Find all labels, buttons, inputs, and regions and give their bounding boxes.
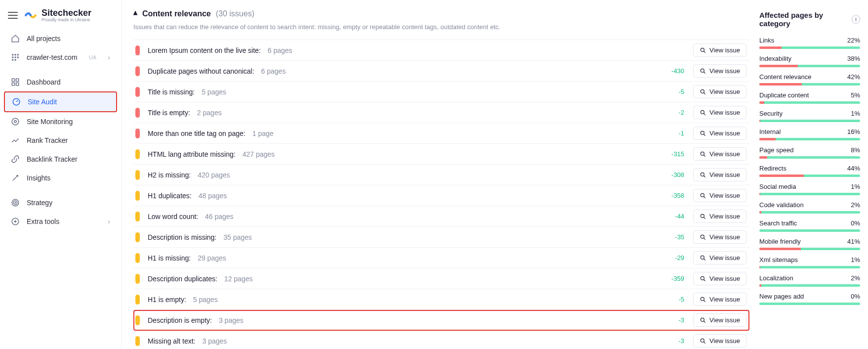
category-item[interactable]: Xml sitemaps1% xyxy=(759,256,860,268)
home-icon xyxy=(11,34,20,43)
svg-point-22 xyxy=(701,110,704,114)
nav-dashboard[interactable]: Dashboard xyxy=(4,73,117,91)
issue-page-count: 3 pages xyxy=(219,316,244,324)
category-name: Mobile friendly xyxy=(759,238,801,245)
category-progress-bar xyxy=(759,65,860,67)
view-issue-button[interactable]: View issue xyxy=(693,168,746,181)
nav-backlink-tracker[interactable]: Backlink Tracker xyxy=(4,150,117,169)
nav-all-projects[interactable]: All projects xyxy=(4,29,117,48)
category-item[interactable]: Page speed8% xyxy=(759,146,860,159)
issue-label: Description duplicates: xyxy=(148,275,217,283)
nav-label: Dashboard xyxy=(27,78,61,86)
view-issue-button[interactable]: View issue xyxy=(693,127,746,140)
view-issue-button[interactable]: View issue xyxy=(693,189,746,202)
issue-page-count: 420 pages xyxy=(198,171,230,179)
view-issue-label: View issue xyxy=(709,67,740,75)
svg-rect-6 xyxy=(12,59,13,61)
info-icon[interactable]: i xyxy=(852,15,860,24)
nav-label: Insights xyxy=(27,174,50,182)
search-icon xyxy=(700,68,706,75)
brand-logo[interactable]: Sitechecker Proudly made in Ukraine xyxy=(24,8,91,22)
category-item[interactable]: Social media1% xyxy=(759,183,860,195)
view-issue-button[interactable]: View issue xyxy=(693,44,746,57)
issue-row[interactable]: Missing alt text:3 pages-3View issue xyxy=(133,331,749,349)
svg-point-25 xyxy=(701,173,704,176)
view-issue-button[interactable]: View issue xyxy=(693,293,746,306)
category-pct: 2% xyxy=(851,274,860,282)
category-item[interactable]: Content relevance42% xyxy=(759,73,860,86)
rightbar-title-text: Affected pages by category xyxy=(759,11,849,28)
view-issue-button[interactable]: View issue xyxy=(693,313,746,327)
issue-row[interactable]: Lorem Ipsum content on the live site:6 p… xyxy=(133,40,749,61)
nav-site-monitoring[interactable]: Site Monitoring xyxy=(4,112,117,131)
nav-label: Backlink Tracker xyxy=(27,155,78,163)
view-issue-button[interactable]: View issue xyxy=(693,85,746,98)
issue-row[interactable]: H2 is missing:420 pages-308View issue xyxy=(133,165,749,185)
search-icon xyxy=(700,296,706,303)
category-progress-bar xyxy=(759,46,860,49)
issue-label: H1 duplicates: xyxy=(148,192,192,200)
nav-extra-tools[interactable]: Extra tools › xyxy=(4,212,117,231)
severity-indicator-icon xyxy=(135,274,140,284)
issue-row[interactable]: Description is empty:3 pages-3View issue xyxy=(133,310,749,331)
category-item[interactable]: Search traffic0% xyxy=(759,219,860,232)
category-item[interactable]: Code validation2% xyxy=(759,201,860,214)
category-item[interactable]: Mobile friendly41% xyxy=(759,238,860,250)
view-issue-button[interactable]: View issue xyxy=(693,147,746,161)
nav-insights[interactable]: Insights xyxy=(4,169,117,187)
category-item[interactable]: Redirects44% xyxy=(759,165,860,177)
view-issue-button[interactable]: View issue xyxy=(693,210,746,223)
nav-label: Rank Tracker xyxy=(27,136,68,144)
severity-indicator-icon xyxy=(135,315,140,325)
nav-rank-tracker[interactable]: Rank Tracker xyxy=(4,131,117,150)
issue-row[interactable]: Title is missing:5 pages-5View issue xyxy=(133,82,749,102)
nav-project[interactable]: crawler-test.com UA › xyxy=(4,48,117,67)
issue-page-count: 5 pages xyxy=(193,296,218,304)
category-item[interactable]: Links22% xyxy=(759,37,860,49)
issue-page-count: 6 pages xyxy=(261,67,286,75)
category-item[interactable]: Internal16% xyxy=(759,128,860,140)
nav-site-audit[interactable]: Site Audit xyxy=(4,91,117,112)
issue-row[interactable]: More than one title tag on page:1 page-1… xyxy=(133,123,749,144)
svg-point-33 xyxy=(701,339,704,342)
issue-delta: -1 xyxy=(663,130,688,137)
svg-point-28 xyxy=(701,235,704,238)
section-header[interactable]: ▾ Content relevance (30 issues) xyxy=(133,9,749,18)
search-icon xyxy=(700,234,706,241)
svg-point-29 xyxy=(701,256,704,259)
category-name: New pages add xyxy=(759,293,804,300)
view-issue-button[interactable]: View issue xyxy=(693,230,746,244)
view-issue-label: View issue xyxy=(709,254,740,262)
issue-row[interactable]: Description is missing:35 pages-35View i… xyxy=(133,227,749,248)
issue-row[interactable]: Low word count:46 pages-44View issue xyxy=(133,206,749,227)
issue-row[interactable]: Title is empty:2 pages-2View issue xyxy=(133,102,749,123)
category-pct: 16% xyxy=(847,128,860,135)
category-item[interactable]: New pages add0% xyxy=(759,293,860,305)
category-name: Internal xyxy=(759,128,781,135)
category-item[interactable]: Duplicate content5% xyxy=(759,91,860,104)
category-progress-bar xyxy=(759,211,860,214)
issue-delta: -35 xyxy=(663,233,688,241)
chevron-right-icon: › xyxy=(108,53,110,61)
plus-circle-icon xyxy=(11,217,20,226)
category-item[interactable]: Indexability38% xyxy=(759,55,860,67)
category-item[interactable]: Security1% xyxy=(759,110,860,122)
section-description: Issues that can reduce the relevance of … xyxy=(133,23,749,31)
view-issue-button[interactable]: View issue xyxy=(693,334,746,348)
issue-row[interactable]: H1 duplicates:48 pages-358View issue xyxy=(133,185,749,206)
menu-toggle-icon[interactable] xyxy=(7,9,19,21)
view-issue-button[interactable]: View issue xyxy=(693,251,746,264)
view-issue-button[interactable]: View issue xyxy=(693,106,746,119)
issue-row[interactable]: Duplicate pages without canonical:6 page… xyxy=(133,61,749,82)
view-issue-button[interactable]: View issue xyxy=(693,272,746,285)
view-issue-button[interactable]: View issue xyxy=(693,64,746,78)
issue-row[interactable]: HTML lang attribute missing:427 pages-31… xyxy=(133,144,749,165)
brand-name: Sitechecker xyxy=(41,8,91,18)
nav-strategy[interactable]: Strategy xyxy=(4,193,117,212)
monitor-icon xyxy=(11,117,20,126)
issue-row[interactable]: H1 is empty:5 pages-5View issue xyxy=(133,289,749,310)
issue-row[interactable]: H1 is missing:29 pages-29View issue xyxy=(133,248,749,268)
category-item[interactable]: Localization2% xyxy=(759,274,860,287)
view-issue-label: View issue xyxy=(709,150,740,158)
issue-row[interactable]: Description duplicates:12 pages-359View … xyxy=(133,268,749,289)
